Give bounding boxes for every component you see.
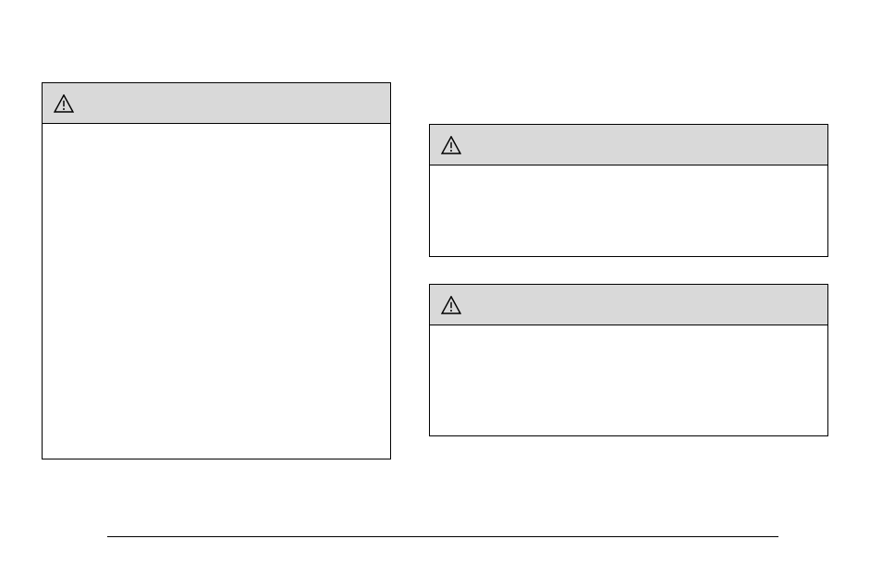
panel-header — [430, 285, 827, 325]
panel-body — [43, 124, 390, 459]
warning-panel-right-top — [429, 124, 828, 257]
panel-body — [430, 165, 827, 256]
warning-icon — [441, 296, 461, 314]
footer-divider — [107, 536, 778, 537]
warning-panel-left — [42, 82, 391, 459]
svg-point-3 — [450, 149, 452, 151]
warning-panel-right-bottom — [429, 284, 828, 436]
panel-body — [430, 325, 827, 435]
warning-icon — [54, 94, 74, 113]
svg-point-5 — [450, 309, 452, 311]
svg-point-1 — [63, 107, 65, 109]
warning-icon — [441, 136, 461, 154]
panel-header — [43, 83, 390, 124]
panel-header — [430, 125, 827, 165]
